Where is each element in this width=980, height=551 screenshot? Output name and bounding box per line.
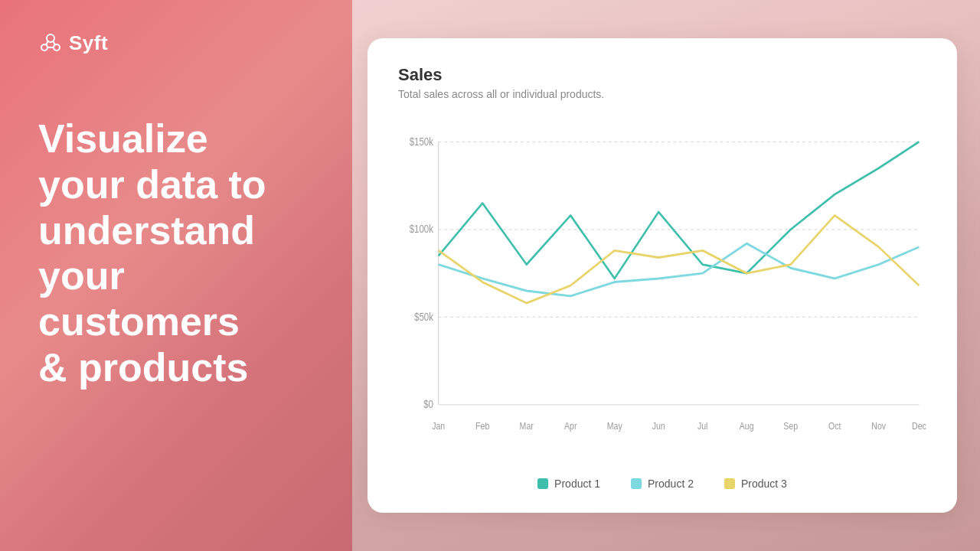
svg-text:May: May bbox=[607, 420, 622, 431]
chart-subtitle: Total sales across all or individual pro… bbox=[398, 88, 926, 100]
product3-line bbox=[439, 216, 920, 304]
chart-legend: Product 1 Product 2 Product 3 bbox=[398, 466, 926, 490]
syft-logo-icon bbox=[38, 31, 63, 55]
legend-dot-product2 bbox=[631, 478, 642, 489]
svg-text:Nov: Nov bbox=[871, 420, 886, 431]
product1-line bbox=[439, 142, 920, 279]
svg-text:$0: $0 bbox=[423, 399, 433, 411]
svg-text:Jan: Jan bbox=[432, 420, 445, 431]
svg-line-3 bbox=[46, 41, 48, 45]
legend-dot-product3 bbox=[724, 478, 735, 489]
chart-area: $150k $100k $50k $0 Jan Feb Mar Apr May … bbox=[398, 116, 926, 466]
svg-text:Jul: Jul bbox=[697, 420, 707, 431]
svg-text:Jun: Jun bbox=[652, 420, 665, 431]
svg-line-4 bbox=[53, 41, 55, 45]
svg-text:Aug: Aug bbox=[740, 420, 754, 431]
hero-text: Visualize your data to understand your c… bbox=[38, 116, 314, 391]
chart-title: Sales bbox=[398, 65, 926, 85]
legend-dot-product1 bbox=[537, 478, 548, 489]
legend-label-product3: Product 3 bbox=[741, 478, 787, 490]
logo: Syft bbox=[38, 31, 314, 55]
legend-product1: Product 1 bbox=[537, 478, 600, 490]
chart-card: Sales Total sales across all or individu… bbox=[368, 38, 957, 513]
svg-text:Dec: Dec bbox=[912, 420, 926, 431]
legend-label-product1: Product 1 bbox=[554, 478, 600, 490]
product2-line bbox=[439, 243, 920, 296]
brand-name: Syft bbox=[69, 31, 108, 55]
svg-text:$50k: $50k bbox=[414, 311, 434, 323]
left-panel: Syft Visualize your data to understand y… bbox=[0, 0, 352, 551]
legend-label-product2: Product 2 bbox=[648, 478, 694, 490]
svg-text:$150k: $150k bbox=[410, 136, 434, 148]
legend-product3: Product 3 bbox=[724, 478, 787, 490]
right-panel: Sales Total sales across all or individu… bbox=[352, 0, 980, 551]
svg-text:Apr: Apr bbox=[564, 420, 577, 431]
svg-text:Mar: Mar bbox=[520, 420, 534, 431]
svg-text:Feb: Feb bbox=[475, 420, 489, 431]
svg-text:$100k: $100k bbox=[410, 224, 434, 236]
line-chart-svg: $150k $100k $50k $0 Jan Feb Mar Apr May … bbox=[398, 116, 926, 466]
svg-text:Sep: Sep bbox=[783, 420, 798, 431]
legend-product2: Product 2 bbox=[631, 478, 694, 490]
svg-text:Oct: Oct bbox=[828, 420, 841, 431]
